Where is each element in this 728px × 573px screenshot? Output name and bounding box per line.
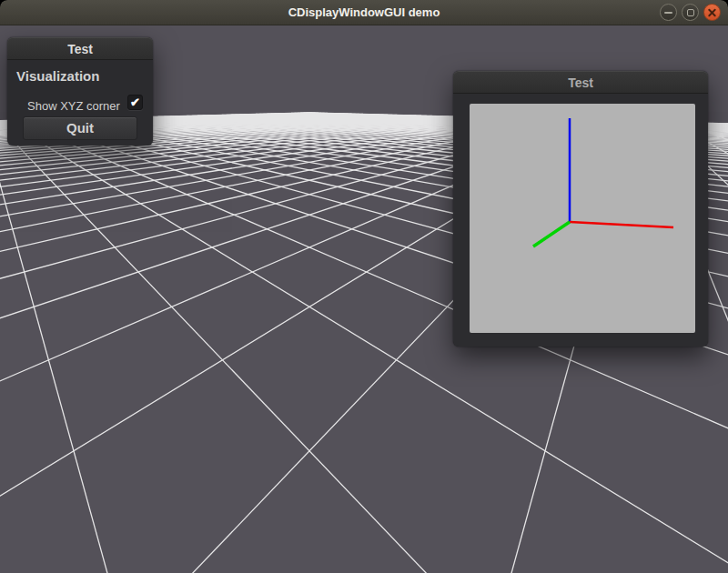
minimize-icon bbox=[664, 12, 672, 14]
axes-3d-canvas[interactable] bbox=[470, 104, 695, 333]
checkmark-icon: ✔ bbox=[130, 96, 140, 109]
show-xyz-corner-checkbox[interactable]: ✔ bbox=[127, 95, 143, 110]
show-xyz-corner-label: Show XYZ corner bbox=[27, 99, 120, 113]
quit-button[interactable]: Quit bbox=[23, 116, 137, 140]
maximize-icon bbox=[687, 9, 694, 16]
close-icon bbox=[707, 7, 717, 17]
window-title: CDisplayWindowGUI demo bbox=[0, 0, 728, 25]
close-button[interactable] bbox=[703, 4, 721, 21]
quit-button-label: Quit bbox=[66, 120, 94, 136]
titlebar[interactable]: CDisplayWindowGUI demo bbox=[0, 0, 728, 25]
xyz-axes bbox=[470, 104, 695, 333]
3d-viewport[interactable]: Test Visualization Show XYZ corner ✔ Qui… bbox=[0, 25, 728, 573]
minimize-button[interactable] bbox=[660, 4, 677, 21]
visualization-section-label: Visualization bbox=[16, 68, 99, 84]
control-panel-title: Test bbox=[67, 42, 93, 56]
x-axis-red bbox=[570, 222, 673, 227]
test-subwindow-title: Test bbox=[568, 75, 593, 90]
app-window: CDisplayWindowGUI demo Test Visualizatio… bbox=[0, 0, 728, 573]
maximize-button[interactable] bbox=[682, 4, 699, 21]
test-subwindow: Test bbox=[453, 71, 708, 347]
test-subwindow-header[interactable]: Test bbox=[453, 71, 708, 94]
control-panel: Test Visualization Show XYZ corner ✔ Qui… bbox=[7, 37, 153, 146]
control-panel-header[interactable]: Test bbox=[7, 37, 153, 60]
y-axis-green bbox=[533, 222, 570, 246]
window-controls bbox=[660, 4, 721, 21]
